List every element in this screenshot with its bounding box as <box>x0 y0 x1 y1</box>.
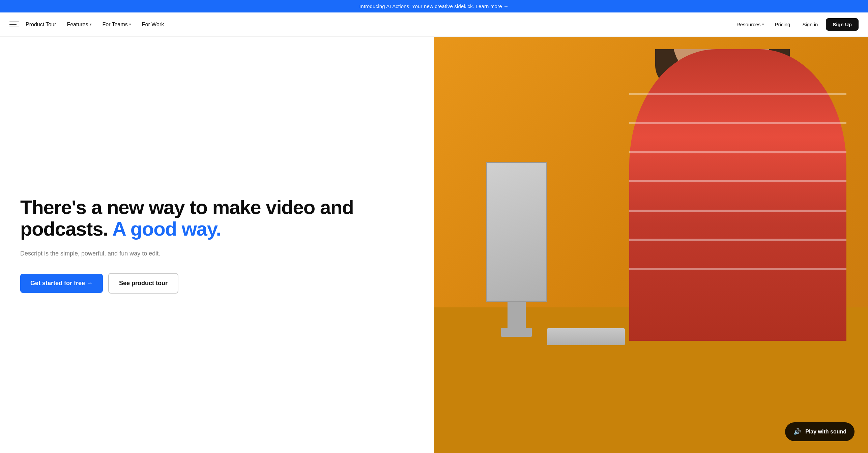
play-with-sound-button[interactable]: 🔊 Play with sound <box>785 422 855 441</box>
hero-headline-highlight: A good way. <box>112 218 221 240</box>
hero-buttons: Get started for free → See product tour <box>20 273 414 294</box>
nav-left: Product Tour Features ▾ For Teams ▾ For … <box>22 19 732 30</box>
play-sound-label: Play with sound <box>805 429 846 435</box>
person-body <box>629 49 846 341</box>
hero-headline: There's a new way to make video and podc… <box>20 197 414 240</box>
hero-video: 🔊 Play with sound <box>434 37 868 453</box>
nav-features[interactable]: Features ▾ <box>63 19 95 30</box>
nav-for-teams[interactable]: For Teams ▾ <box>98 19 135 30</box>
monitor-stand <box>508 302 526 328</box>
sound-icon: 🔊 <box>793 428 801 436</box>
main-nav: Product Tour Features ▾ For Teams ▾ For … <box>0 12 868 37</box>
announcement-banner[interactable]: Introducing AI Actions: Your new creativ… <box>0 0 868 12</box>
hero-left: There's a new way to make video and podc… <box>0 37 434 453</box>
video-placeholder: 🔊 Play with sound <box>434 37 868 453</box>
teams-chevron-icon: ▾ <box>129 22 131 27</box>
nav-resources[interactable]: Resources ▾ <box>732 19 768 30</box>
get-started-button[interactable]: Get started for free → <box>20 274 103 293</box>
signin-button[interactable]: Sign in <box>797 19 823 30</box>
nav-pricing[interactable]: Pricing <box>771 19 794 30</box>
person-figure <box>629 49 846 341</box>
hero-section: There's a new way to make video and podc… <box>0 37 868 453</box>
monitor-screen <box>486 162 547 302</box>
nav-product-tour[interactable]: Product Tour <box>22 19 60 30</box>
nav-right: Resources ▾ Pricing Sign in Sign Up <box>732 18 859 31</box>
nav-for-work[interactable]: For Work <box>138 19 168 30</box>
features-chevron-icon: ▾ <box>90 22 92 27</box>
banner-text: Introducing AI Actions: Your new creativ… <box>359 3 509 9</box>
monitor-base <box>501 328 531 337</box>
keyboard-prop <box>547 328 625 345</box>
see-product-tour-button[interactable]: See product tour <box>108 273 178 294</box>
menu-icon[interactable] <box>9 22 19 28</box>
monitor-prop <box>486 162 547 337</box>
resources-chevron-icon: ▾ <box>762 22 764 27</box>
hero-subtext: Descript is the simple, powerful, and fu… <box>20 249 196 258</box>
signup-button[interactable]: Sign Up <box>826 18 859 31</box>
